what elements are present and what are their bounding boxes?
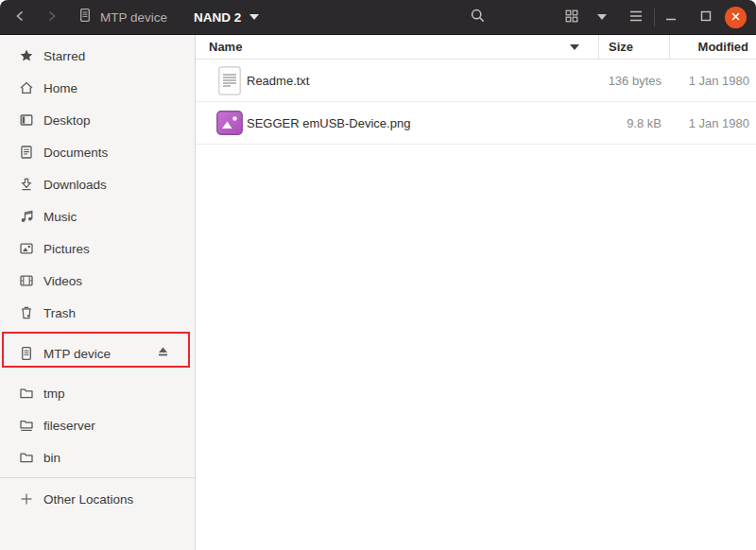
star-icon: [19, 48, 34, 63]
maximize-icon: [698, 9, 713, 26]
sidebar-item-label: Videos: [43, 274, 82, 288]
headerbar-separator: [654, 9, 655, 26]
sidebar-item-home[interactable]: Home: [0, 72, 195, 104]
close-icon: [730, 10, 741, 25]
sidebar-item-desktop[interactable]: Desktop: [0, 104, 195, 136]
home-icon: [19, 80, 34, 95]
sidebar-item-label: Music: [43, 210, 77, 224]
search-icon: [470, 8, 486, 26]
chevron-down-icon: [249, 14, 259, 20]
folder-network-icon: [19, 418, 34, 433]
breadcrumb-device-label: MTP device: [100, 10, 167, 25]
sidebar-item-label: Desktop: [43, 113, 91, 128]
file-modified: 1 Jan 1980: [669, 116, 756, 130]
pictures-icon: [19, 241, 34, 256]
maximize-button[interactable]: [695, 5, 717, 29]
minimize-button[interactable]: [660, 5, 682, 29]
location-dropdown-button[interactable]: NAND 2: [194, 10, 259, 25]
sidebar-item-label: fileserver: [43, 419, 95, 433]
videos-icon: [19, 273, 34, 288]
file-row-readme[interactable]: Readme.txt 136 bytes 1 Jan 1980: [196, 60, 756, 102]
sidebar: Starred Home Desktop: [0, 35, 196, 550]
sidebar-item-videos[interactable]: Videos: [0, 265, 195, 297]
folder-icon: [19, 450, 34, 465]
sidebar-item-label: Documents: [43, 146, 108, 160]
file-modified: 1 Jan 1980: [669, 74, 756, 88]
sidebar-item-tmp[interactable]: tmp: [0, 377, 195, 409]
sidebar-item-music[interactable]: Music: [0, 200, 195, 232]
sidebar-item-documents[interactable]: Documents: [0, 136, 195, 168]
file-size: 136 bytes: [598, 74, 669, 88]
file-name: Readme.txt: [247, 74, 309, 88]
file-manager-window: MTP device NAND 2: [0, 0, 756, 550]
folder-icon: [19, 386, 34, 401]
sort-descending-icon: [570, 44, 579, 50]
menu-button[interactable]: [625, 5, 647, 29]
forward-icon: [43, 9, 59, 26]
music-icon: [19, 209, 34, 224]
sidebar-separator: [0, 477, 195, 478]
trash-icon: [19, 305, 34, 320]
sidebar-item-label: Pictures: [43, 242, 90, 256]
sidebar-item-mtp-device[interactable]: MTP device: [0, 337, 195, 370]
sidebar-item-label: bin: [43, 451, 60, 465]
column-header-name-label: Name: [209, 40, 242, 54]
sidebar-item-downloads[interactable]: Downloads: [0, 168, 195, 200]
minimize-icon: [663, 9, 679, 26]
view-options-caret-icon: [597, 14, 607, 20]
sidebar-item-label: tmp: [43, 387, 65, 401]
desktop-icon: [19, 112, 34, 128]
view-grid-icon: [564, 9, 579, 26]
column-header-modified[interactable]: Modified: [669, 35, 756, 59]
sidebar-item-pictures[interactable]: Pictures: [0, 232, 195, 265]
forward-button[interactable]: [40, 5, 62, 29]
sidebar-item-trash[interactable]: Trash: [0, 297, 195, 329]
sidebar-item-label: Downloads: [43, 178, 107, 192]
phone-icon: [19, 346, 34, 361]
view-grid-button[interactable]: [560, 5, 583, 29]
search-button[interactable]: [466, 5, 489, 29]
eject-button[interactable]: [155, 346, 170, 361]
list-header: Name Size Modified: [196, 35, 756, 60]
sidebar-item-label: Starred: [43, 49, 85, 63]
phone-icon: [79, 8, 91, 26]
text-file-icon: [215, 64, 245, 96]
file-name: SEGGER emUSB-Device.png: [247, 116, 410, 130]
column-header-size[interactable]: Size: [598, 35, 669, 59]
location-label: NAND 2: [194, 10, 241, 25]
downloads-icon: [19, 177, 34, 192]
documents-icon: [19, 145, 34, 160]
back-icon: [13, 9, 28, 26]
header-bar[interactable]: MTP device NAND 2: [0, 0, 756, 35]
back-button[interactable]: [9, 5, 32, 29]
sidebar-item-label: Other Locations: [43, 492, 133, 507]
close-button[interactable]: [725, 7, 747, 28]
sidebar-item-fileserver[interactable]: fileserver: [0, 409, 195, 441]
column-header-size-label: Size: [609, 40, 633, 54]
menu-icon: [628, 9, 644, 26]
plus-icon: [19, 491, 34, 507]
column-header-modified-label: Modified: [698, 40, 748, 54]
sidebar-item-label: Home: [43, 81, 77, 95]
view-options-button[interactable]: [593, 5, 610, 29]
file-list-pane: Name Size Modified: [196, 35, 756, 550]
eject-icon: [157, 346, 169, 361]
column-header-name[interactable]: Name: [196, 35, 598, 59]
sidebar-item-other-locations[interactable]: Other Locations: [0, 483, 195, 515]
breadcrumb-device[interactable]: MTP device: [79, 8, 167, 26]
sidebar-item-starred[interactable]: Starred: [0, 40, 195, 72]
file-size: 9.8 kB: [598, 116, 669, 130]
image-file-icon: [215, 107, 245, 139]
window-content: Starred Home Desktop: [0, 35, 756, 550]
file-row-segger-png[interactable]: SEGGER emUSB-Device.png 9.8 kB 1 Jan 198…: [196, 102, 756, 145]
sidebar-item-label: MTP device: [43, 347, 111, 361]
sidebar-item-label: Trash: [43, 306, 76, 320]
sidebar-item-bin[interactable]: bin: [0, 441, 195, 473]
